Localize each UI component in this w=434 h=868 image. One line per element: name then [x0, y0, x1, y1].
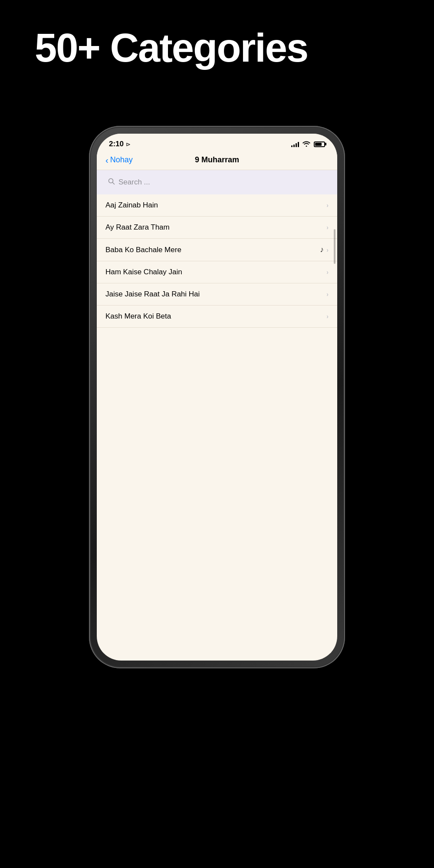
song-title: Baba Ko Bachale Mere: [105, 246, 181, 254]
chevron-right-icon: ›: [326, 291, 329, 298]
song-title: Jaise Jaise Raat Ja Rahi Hai: [105, 290, 200, 299]
status-time: 2:10 ⊳: [109, 140, 131, 148]
scrollbar-thumb[interactable]: [334, 229, 335, 264]
status-icons: [291, 141, 325, 148]
song-title: Aaj Zainab Hain: [105, 201, 158, 210]
search-bar[interactable]: Search ...: [103, 174, 331, 190]
song-title: Kash Mera Koi Beta: [105, 312, 171, 321]
list-item[interactable]: Baba Ko Bachale Mere ♪ ›: [97, 239, 337, 261]
signal-bars-icon: [291, 141, 299, 147]
list-item[interactable]: Aaj Zainab Hain ›: [97, 194, 337, 217]
page-title: 9 Muharram: [195, 155, 239, 164]
back-chevron-icon: ‹: [105, 156, 108, 164]
list-item[interactable]: Ay Raat Zara Tham ›: [97, 217, 337, 239]
list-item[interactable]: Ham Kaise Chalay Jain ›: [97, 261, 337, 283]
empty-content-area: [97, 328, 337, 501]
search-placeholder: Search ...: [118, 178, 150, 187]
svg-line-1: [113, 183, 115, 184]
song-list: Aaj Zainab Hain › Ay Raat Zara Tham › Ba…: [97, 194, 337, 328]
battery-icon: [314, 141, 325, 147]
chevron-right-icon: ›: [326, 269, 329, 276]
chevron-right-icon: ›: [326, 202, 329, 209]
chevron-right-icon: ›: [326, 247, 329, 253]
location-icon: ⊳: [126, 141, 131, 148]
list-item[interactable]: Kash Mera Koi Beta ›: [97, 306, 337, 328]
song-title: Ham Kaise Chalay Jain: [105, 268, 182, 276]
list-item[interactable]: Jaise Jaise Raat Ja Rahi Hai ›: [97, 283, 337, 306]
hero-title: 50+ Categories: [35, 26, 308, 70]
search-icon: [108, 178, 115, 187]
status-bar: 2:10 ⊳: [97, 134, 337, 152]
phone-mockup: 2:10 ⊳: [89, 126, 345, 668]
music-note-icon: ♪: [320, 245, 324, 254]
nav-bar: ‹ Nohay 9 Muharram: [97, 152, 337, 170]
back-label: Nohay: [110, 155, 133, 164]
back-button[interactable]: ‹ Nohay: [105, 155, 133, 164]
search-container[interactable]: Search ...: [97, 170, 337, 194]
chevron-right-icon: ›: [326, 224, 329, 231]
song-title: Ay Raat Zara Tham: [105, 223, 170, 232]
scrollbar-track[interactable]: [334, 229, 335, 574]
chevron-right-icon: ›: [326, 313, 329, 320]
wifi-icon: [302, 141, 310, 148]
phone-screen: 2:10 ⊳: [97, 134, 337, 661]
